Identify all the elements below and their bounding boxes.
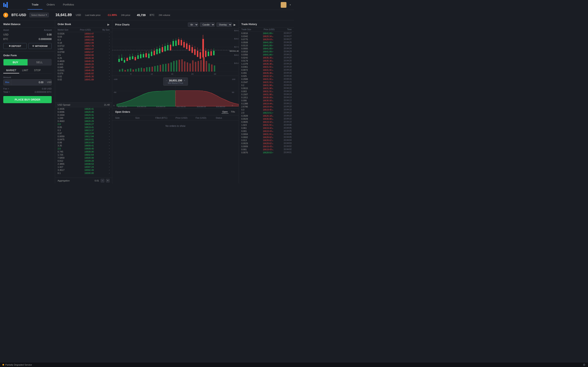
nav-tab-orders[interactable]: Orders (43, 0, 59, 9)
svg-text:0: 0 (113, 105, 115, 107)
table-row[interactable]: 0.005916612.84- (55, 135, 112, 138)
trade-time: 15:04:10 (284, 105, 292, 108)
order-type-market[interactable]: MARKET (3, 68, 19, 73)
chart-controls: 6h1h4h1d CandleLine Overlay ▶ (188, 22, 236, 27)
list-item: 2.0 16623.51↗ 15:04:10 (239, 111, 294, 114)
order-type-stop[interactable]: STOP (31, 68, 43, 73)
svg-rect-87 (208, 52, 209, 56)
tab-open[interactable]: Open (222, 110, 229, 114)
change-period-label: 24h price (121, 14, 130, 16)
ob-bid-rows: 0.443516620.41- 0.009616620.40- 0.150416… (55, 107, 112, 178)
trade-time: 15:04:15 (284, 87, 292, 90)
place-order-button[interactable]: PLACE BUY ORDER (3, 96, 52, 103)
order-form-section: Order Form BUY SELL MARKET LIMIT STOP Am… (0, 52, 55, 184)
table-row[interactable]: 1.72516602.64- (55, 153, 112, 156)
list-item: 1.1378 16635.36↘ 15:04:20 (239, 62, 294, 65)
table-row[interactable]: 0.74516608.90- (55, 150, 112, 153)
chevron-down-icon[interactable]: ▾ (290, 4, 291, 6)
table-row[interactable]: 0.016116646.99- (55, 69, 112, 72)
table-row[interactable]: 0.047516610.01- (55, 138, 112, 141)
th-header: Trade History (239, 20, 294, 27)
expand-icon[interactable]: ▶ (107, 23, 110, 26)
table-row[interactable]: 0.443516620.41- (55, 107, 112, 110)
max-link[interactable]: Max (3, 80, 11, 85)
tab-fills[interactable]: Fills (230, 110, 236, 114)
amount-input[interactable] (11, 80, 45, 85)
table-row[interactable]: 7.585916600.00- (55, 156, 112, 159)
table-row[interactable]: 0.076816652.47- (55, 50, 112, 53)
ob-col-price: Price (USD) (80, 29, 91, 31)
table-row[interactable]: 2.016609.40- (55, 147, 112, 150)
trade-time: 15:04:27 (284, 38, 292, 41)
table-row[interactable]: 0.0616610.00- (55, 141, 112, 144)
nav-tab-trade[interactable]: Trade (27, 0, 43, 9)
trade-time: 15:04:15 (284, 84, 292, 86)
withdraw-button[interactable]: ⊙ WITHDRAW (28, 43, 52, 49)
charts-panel: Price Charts 6h1h4h1d CandleLine Overlay… (112, 20, 239, 184)
trade-price: 16628.62↘ (263, 142, 273, 145)
table-row[interactable]: 0.0516619.41- (55, 125, 112, 129)
table-row[interactable]: 1.69216654.47- (55, 47, 112, 50)
table-row[interactable]: 0.1816662.99- (55, 41, 112, 44)
trade-time: 15:04:10 (284, 118, 292, 120)
open-orders-tabs: Open Fills (222, 110, 236, 114)
trade-time: 15:04:18 (284, 66, 292, 68)
table-row[interactable]: 3.3516609.41- (55, 144, 112, 147)
trade-price: 16641.89↗ (263, 50, 273, 53)
table-row[interactable]: 1.42716597.24- (55, 165, 112, 168)
table-row[interactable]: 2.016620.27- (55, 123, 112, 125)
table-row[interactable]: 0.072216657.78- (55, 44, 112, 47)
svg-rect-43 (148, 54, 150, 58)
nav-tab-portfolios[interactable]: Portfolios (59, 0, 78, 9)
table-row[interactable]: 0.2516649.30- (55, 57, 112, 59)
table-row[interactable]: 0.04516647.00- (55, 66, 112, 69)
table-row[interactable]: 2.385516598.53- (55, 162, 112, 165)
table-row[interactable]: 0.07916645.82- (55, 72, 112, 75)
table-row[interactable]: 0.482816649.29- (55, 59, 112, 63)
table-row[interactable]: 1.24916620.30- (55, 117, 112, 119)
order-type-limit[interactable]: LIMIT (19, 68, 31, 73)
aggregation-decrease-button[interactable]: − (101, 179, 104, 183)
buy-button[interactable]: BUY (3, 59, 27, 66)
trade-size: 0.0005 (241, 47, 252, 50)
table-row[interactable]: 0.316663.00- (55, 38, 112, 41)
user-avatar[interactable] (281, 2, 286, 8)
table-row[interactable]: 0.00316649.20- (55, 63, 112, 66)
price-change-pct: -11.99% (107, 13, 117, 17)
trade-size: 0.0016 (241, 50, 252, 53)
list-item: 0.1911 16630.00↘ 15:04:13 (239, 96, 294, 99)
svg-rect-93 (122, 69, 123, 72)
table-row[interactable]: 0.0216641.89- (55, 78, 112, 81)
table-row[interactable]: 0.01216599.28- (55, 159, 112, 162)
table-row[interactable]: 0.0316663.88- (55, 35, 112, 38)
select-market-button[interactable]: Select Market ▾ (29, 13, 49, 17)
candle-select[interactable]: CandleLine (200, 22, 215, 27)
table-row[interactable]: 0.032616664.47- (55, 32, 112, 35)
chart-expand-icon[interactable]: ▶ (233, 23, 236, 26)
sell-button[interactable]: SELL (27, 59, 52, 66)
trade-size: 0.0775 (241, 38, 252, 41)
list-item: 0.0029 16628.62↘ 15:04:03 (239, 142, 294, 145)
table-row[interactable]: 0.009616620.40- (55, 110, 112, 113)
svg-rect-96 (130, 68, 131, 72)
trade-time: 15:04:13 (284, 99, 292, 102)
trade-time: 15:04:03 (284, 142, 292, 145)
trade-size: 0.013 (241, 139, 252, 142)
table-row[interactable]: 0.466316620.29- (55, 119, 112, 123)
table-row[interactable]: 0.0216645.30- (55, 75, 112, 78)
table-row[interactable]: 0.116590.00- (55, 171, 112, 175)
time-select[interactable]: 6h1h4h1d (188, 22, 198, 27)
table-row[interactable]: 0.9716613.04- (55, 132, 112, 135)
deposit-button[interactable]: ⊕ DEPOSIT (3, 43, 27, 49)
svg-rect-75 (191, 47, 193, 53)
svg-text:-100: -100 (113, 78, 118, 80)
trade-price: 16619.42↘ (263, 127, 273, 129)
table-row[interactable]: 0.516650.00- (55, 53, 112, 57)
table-row[interactable]: 3.351716592.49- (55, 168, 112, 171)
table-row[interactable]: 0.316613.37- (55, 129, 112, 132)
overlay-select[interactable]: Overlay (216, 22, 232, 27)
list-item: 0.0004 16631.91↘ 15:04:05 (239, 133, 294, 136)
aggregation-increase-button[interactable]: + (106, 179, 110, 183)
table-row[interactable]: 0.150416620.31- (55, 113, 112, 117)
ob-spread: USD Spread 21.48 (55, 102, 112, 107)
